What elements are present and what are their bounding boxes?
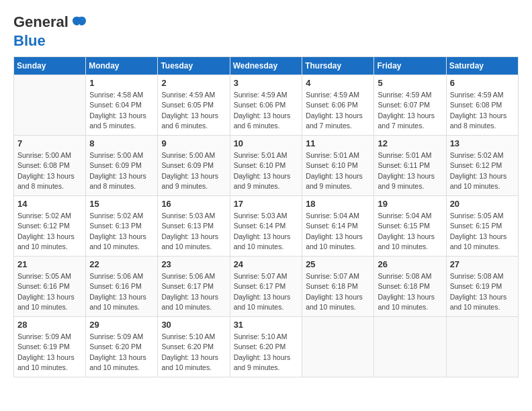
day-number: 13	[450, 138, 515, 148]
calendar-week-row: 28Sunrise: 5:09 AM Sunset: 6:19 PM Dayli…	[14, 317, 519, 377]
day-info: Sunrise: 5:10 AM Sunset: 6:20 PM Dayligh…	[234, 332, 299, 373]
day-number: 12	[378, 138, 442, 148]
calendar-week-row: 14Sunrise: 5:02 AM Sunset: 6:12 PM Dayli…	[14, 196, 519, 257]
day-info: Sunrise: 5:01 AM Sunset: 6:10 PM Dayligh…	[234, 150, 299, 191]
calendar-cell: 5Sunrise: 4:59 AM Sunset: 6:07 PM Daylig…	[374, 75, 446, 136]
calendar-cell: 26Sunrise: 5:08 AM Sunset: 6:18 PM Dayli…	[374, 257, 446, 317]
day-number: 31	[234, 320, 299, 330]
day-info: Sunrise: 5:06 AM Sunset: 6:16 PM Dayligh…	[89, 271, 154, 312]
weekday-header-wednesday: Wednesday	[230, 57, 302, 75]
weekday-header-saturday: Saturday	[446, 57, 518, 75]
calendar-cell: 11Sunrise: 5:01 AM Sunset: 6:10 PM Dayli…	[302, 136, 374, 196]
calendar-cell: 15Sunrise: 5:02 AM Sunset: 6:13 PM Dayli…	[86, 196, 158, 257]
day-number: 1	[89, 78, 154, 88]
calendar-cell: 21Sunrise: 5:05 AM Sunset: 6:16 PM Dayli…	[14, 257, 86, 317]
page-header: General Blue	[13, 13, 519, 50]
logo: General Blue	[13, 13, 89, 50]
day-number: 17	[234, 199, 299, 209]
weekday-header-monday: Monday	[86, 57, 158, 75]
calendar-cell: 4Sunrise: 4:59 AM Sunset: 6:06 PM Daylig…	[302, 75, 374, 136]
calendar-cell: 2Sunrise: 4:59 AM Sunset: 6:05 PM Daylig…	[158, 75, 230, 136]
day-info: Sunrise: 5:05 AM Sunset: 6:16 PM Dayligh…	[17, 271, 82, 312]
day-info: Sunrise: 4:59 AM Sunset: 6:06 PM Dayligh…	[234, 90, 299, 131]
calendar-cell: 6Sunrise: 4:59 AM Sunset: 6:08 PM Daylig…	[446, 75, 518, 136]
day-info: Sunrise: 5:08 AM Sunset: 6:19 PM Dayligh…	[450, 271, 515, 312]
day-number: 22	[89, 259, 154, 269]
day-info: Sunrise: 4:59 AM Sunset: 6:05 PM Dayligh…	[161, 90, 226, 131]
calendar-week-row: 1Sunrise: 4:58 AM Sunset: 6:04 PM Daylig…	[14, 75, 519, 136]
day-info: Sunrise: 5:08 AM Sunset: 6:18 PM Dayligh…	[378, 271, 442, 312]
calendar-cell: 16Sunrise: 5:03 AM Sunset: 6:13 PM Dayli…	[158, 196, 230, 257]
day-number: 5	[378, 78, 442, 88]
calendar-cell: 9Sunrise: 5:00 AM Sunset: 6:09 PM Daylig…	[158, 136, 230, 196]
calendar-cell: 19Sunrise: 5:04 AM Sunset: 6:15 PM Dayli…	[374, 196, 446, 257]
calendar-cell: 7Sunrise: 5:00 AM Sunset: 6:08 PM Daylig…	[14, 136, 86, 196]
calendar-cell: 31Sunrise: 5:10 AM Sunset: 6:20 PM Dayli…	[230, 317, 302, 377]
calendar-cell	[374, 317, 446, 377]
calendar-cell: 8Sunrise: 5:00 AM Sunset: 6:09 PM Daylig…	[86, 136, 158, 196]
calendar-cell: 20Sunrise: 5:05 AM Sunset: 6:15 PM Dayli…	[446, 196, 518, 257]
day-info: Sunrise: 5:01 AM Sunset: 6:11 PM Dayligh…	[378, 150, 442, 191]
day-number: 20	[450, 199, 515, 209]
day-info: Sunrise: 5:00 AM Sunset: 6:09 PM Dayligh…	[161, 150, 226, 191]
day-number: 19	[378, 199, 442, 209]
day-info: Sunrise: 5:04 AM Sunset: 6:14 PM Dayligh…	[306, 211, 370, 252]
day-info: Sunrise: 5:09 AM Sunset: 6:19 PM Dayligh…	[17, 332, 82, 373]
day-info: Sunrise: 5:02 AM Sunset: 6:13 PM Dayligh…	[89, 211, 154, 252]
calendar-cell: 10Sunrise: 5:01 AM Sunset: 6:10 PM Dayli…	[230, 136, 302, 196]
day-info: Sunrise: 5:04 AM Sunset: 6:15 PM Dayligh…	[378, 211, 442, 252]
weekday-header-tuesday: Tuesday	[158, 57, 230, 75]
day-number: 4	[306, 78, 370, 88]
day-info: Sunrise: 5:10 AM Sunset: 6:20 PM Dayligh…	[161, 332, 226, 373]
day-info: Sunrise: 5:00 AM Sunset: 6:09 PM Dayligh…	[89, 150, 154, 191]
day-number: 7	[17, 138, 82, 148]
day-number: 2	[161, 78, 226, 88]
day-info: Sunrise: 4:59 AM Sunset: 6:06 PM Dayligh…	[306, 90, 370, 131]
calendar-cell: 18Sunrise: 5:04 AM Sunset: 6:14 PM Dayli…	[302, 196, 374, 257]
calendar-cell: 17Sunrise: 5:03 AM Sunset: 6:14 PM Dayli…	[230, 196, 302, 257]
weekday-header-friday: Friday	[374, 57, 446, 75]
calendar-cell: 1Sunrise: 4:58 AM Sunset: 6:04 PM Daylig…	[86, 75, 158, 136]
day-number: 21	[17, 259, 82, 269]
day-info: Sunrise: 5:06 AM Sunset: 6:17 PM Dayligh…	[161, 271, 226, 312]
weekday-header-thursday: Thursday	[302, 57, 374, 75]
day-info: Sunrise: 5:09 AM Sunset: 6:20 PM Dayligh…	[89, 332, 154, 373]
calendar-cell: 22Sunrise: 5:06 AM Sunset: 6:16 PM Dayli…	[86, 257, 158, 317]
calendar-table: SundayMondayTuesdayWednesdayThursdayFrid…	[13, 56, 519, 377]
day-info: Sunrise: 5:00 AM Sunset: 6:08 PM Dayligh…	[17, 150, 82, 191]
calendar-cell	[302, 317, 374, 377]
day-number: 23	[161, 259, 226, 269]
day-number: 16	[161, 199, 226, 209]
day-number: 24	[234, 259, 299, 269]
day-info: Sunrise: 4:59 AM Sunset: 6:08 PM Dayligh…	[450, 90, 515, 131]
calendar-cell	[14, 75, 86, 136]
weekday-header-sunday: Sunday	[14, 57, 86, 75]
calendar-cell: 23Sunrise: 5:06 AM Sunset: 6:17 PM Dayli…	[158, 257, 230, 317]
day-number: 29	[89, 320, 154, 330]
day-info: Sunrise: 5:07 AM Sunset: 6:18 PM Dayligh…	[306, 271, 370, 312]
day-number: 30	[161, 320, 226, 330]
day-number: 14	[17, 199, 82, 209]
day-number: 25	[306, 259, 370, 269]
day-number: 28	[17, 320, 82, 330]
calendar-week-row: 7Sunrise: 5:00 AM Sunset: 6:08 PM Daylig…	[14, 136, 519, 196]
calendar-cell: 30Sunrise: 5:10 AM Sunset: 6:20 PM Dayli…	[158, 317, 230, 377]
day-number: 26	[378, 259, 442, 269]
day-info: Sunrise: 5:03 AM Sunset: 6:14 PM Dayligh…	[234, 211, 299, 252]
calendar-cell: 3Sunrise: 4:59 AM Sunset: 6:06 PM Daylig…	[230, 75, 302, 136]
day-number: 18	[306, 199, 370, 209]
day-number: 3	[234, 78, 299, 88]
day-number: 8	[89, 138, 154, 148]
day-info: Sunrise: 5:07 AM Sunset: 6:17 PM Dayligh…	[234, 271, 299, 312]
logo-text: General Blue	[13, 13, 89, 49]
day-number: 6	[450, 78, 515, 88]
calendar-cell: 28Sunrise: 5:09 AM Sunset: 6:19 PM Dayli…	[14, 317, 86, 377]
day-number: 15	[89, 199, 154, 209]
day-info: Sunrise: 4:58 AM Sunset: 6:04 PM Dayligh…	[89, 90, 154, 131]
calendar-cell: 24Sunrise: 5:07 AM Sunset: 6:17 PM Dayli…	[230, 257, 302, 317]
day-number: 9	[161, 138, 226, 148]
day-info: Sunrise: 4:59 AM Sunset: 6:07 PM Dayligh…	[378, 90, 442, 131]
calendar-cell: 12Sunrise: 5:01 AM Sunset: 6:11 PM Dayli…	[374, 136, 446, 196]
calendar-cell: 27Sunrise: 5:08 AM Sunset: 6:19 PM Dayli…	[446, 257, 518, 317]
day-number: 11	[306, 138, 370, 148]
